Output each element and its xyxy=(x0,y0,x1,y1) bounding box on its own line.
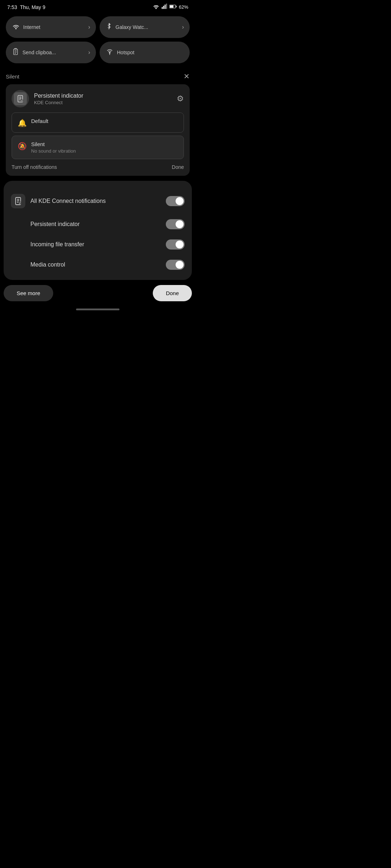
tile-send-clipboard-arrow: › xyxy=(88,49,90,56)
silent-icon: 🔕 xyxy=(18,141,27,150)
svg-rect-1 xyxy=(163,6,164,9)
all-notifications-toggle[interactable] xyxy=(166,196,185,206)
default-option-label: Default xyxy=(31,118,49,124)
sheet-item-all-notifications: All KDE Connect notifications xyxy=(11,188,185,214)
sheet-item-left: All KDE Connect notifications xyxy=(11,194,106,208)
sound-option-silent[interactable]: 🔕 Silent No sound or vibration xyxy=(12,136,184,159)
tile-hotspot-label: Hotspot xyxy=(117,50,134,55)
kde-connect-icon xyxy=(11,194,25,208)
silent-header: Silent ✕ xyxy=(6,71,190,84)
status-date: Thu, May 9 xyxy=(20,4,45,10)
incoming-file-label: Incoming file transfer xyxy=(30,241,84,248)
tile-internet-arrow: › xyxy=(88,24,90,30)
done-button[interactable]: Done xyxy=(153,285,192,301)
notif-texts: Persistent indicator KDE Connect xyxy=(34,93,172,105)
bottom-sheet: All KDE Connect notifications Persistent… xyxy=(4,181,192,280)
svg-rect-6 xyxy=(170,5,173,8)
sound-option-default[interactable]: 🔔 Default xyxy=(12,112,184,133)
notif-footer: Turn off notifications Done xyxy=(12,164,184,170)
sheet-item-media-control: Media control xyxy=(11,255,185,275)
media-control-label: Media control xyxy=(30,261,65,268)
tile-internet-label: Internet xyxy=(23,24,40,30)
tile-hotspot[interactable]: Hotspot xyxy=(100,42,190,63)
silent-section: Silent ✕ Persistent indicator xyxy=(6,71,190,176)
default-option-content: Default xyxy=(31,118,49,124)
tile-galaxy-watch-label: Galaxy Watc... xyxy=(115,24,148,30)
silent-option-content: Silent No sound or vibration xyxy=(31,141,76,154)
toggle-knob xyxy=(176,197,184,205)
bell-icon: 🔔 xyxy=(18,118,27,127)
persistent-indicator-label: Persistent indicator xyxy=(30,221,80,227)
wifi-icon xyxy=(153,4,159,10)
silent-title: Silent xyxy=(6,73,20,80)
notif-icon-wrap xyxy=(12,90,29,107)
status-bar: 7:53 Thu, May 9 62% xyxy=(0,0,196,13)
svg-rect-2 xyxy=(165,5,166,9)
bottom-buttons: See more Done xyxy=(0,280,196,305)
status-time: 7:53 xyxy=(7,4,17,10)
notif-top: Persistent indicator KDE Connect ⚙ xyxy=(12,90,184,107)
wifi-tile-icon xyxy=(12,24,20,31)
home-indicator xyxy=(0,305,196,312)
quick-tiles: Internet › Galaxy Watc... › Send clipboa… xyxy=(0,13,196,65)
svg-rect-3 xyxy=(166,4,167,9)
toggle-knob-media xyxy=(176,261,184,269)
tile-galaxy-watch-arrow: › xyxy=(182,24,184,30)
hotspot-tile-icon xyxy=(106,48,113,57)
notif-app-icon xyxy=(14,92,27,105)
tile-send-clipboard-label: Send clipboa... xyxy=(22,50,56,55)
notification-card: Persistent indicator KDE Connect ⚙ 🔔 Def… xyxy=(6,84,190,176)
signal-icon xyxy=(161,4,167,10)
see-more-button[interactable]: See more xyxy=(4,285,53,301)
tile-galaxy-watch[interactable]: Galaxy Watc... › xyxy=(100,16,190,38)
incoming-file-toggle[interactable] xyxy=(166,239,185,250)
notif-settings-icon[interactable]: ⚙ xyxy=(177,94,184,103)
notification-done-button[interactable]: Done xyxy=(172,164,184,170)
silent-close-button[interactable]: ✕ xyxy=(184,72,190,81)
battery-percent: 62% xyxy=(179,4,188,10)
all-notifications-label: All KDE Connect notifications xyxy=(30,198,106,204)
tile-send-clipboard[interactable]: Send clipboa... › xyxy=(6,42,96,63)
media-control-toggle[interactable] xyxy=(166,260,185,270)
home-bar xyxy=(76,309,119,310)
toggle-knob-incoming xyxy=(176,241,184,248)
svg-rect-5 xyxy=(176,6,177,7)
notif-subtitle: KDE Connect xyxy=(34,100,172,105)
notif-title: Persistent indicator xyxy=(34,93,172,99)
toggle-knob-persistent xyxy=(176,220,184,228)
silent-option-label: Silent xyxy=(31,141,76,147)
turn-off-notifications-button[interactable]: Turn off notifications xyxy=(12,164,57,170)
svg-rect-0 xyxy=(162,7,163,9)
clipboard-tile-icon xyxy=(12,48,19,57)
persistent-indicator-toggle[interactable] xyxy=(166,219,185,229)
silent-option-desc: No sound or vibration xyxy=(31,148,76,154)
sheet-item-persistent: Persistent indicator xyxy=(11,214,185,234)
battery-icon xyxy=(169,4,177,10)
tile-internet[interactable]: Internet › xyxy=(6,16,96,38)
bluetooth-tile-icon xyxy=(106,23,112,32)
sheet-item-incoming-file: Incoming file transfer xyxy=(11,234,185,255)
